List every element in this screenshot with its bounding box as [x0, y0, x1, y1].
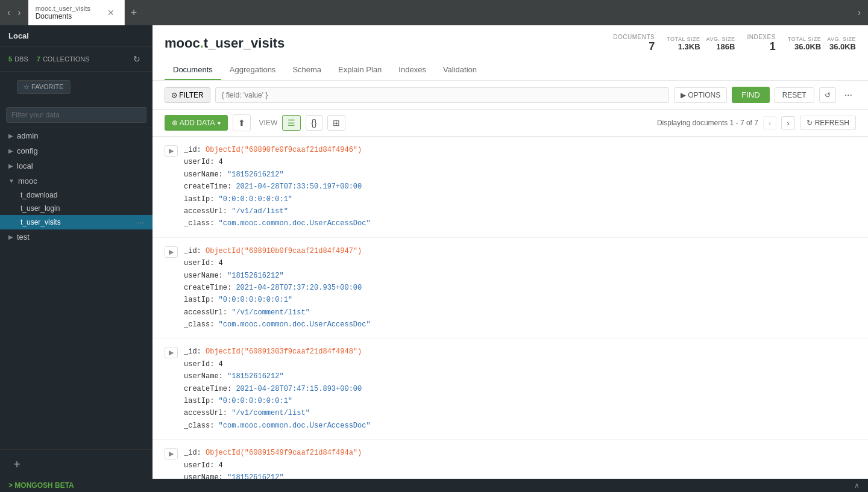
doc-field-id: _id: ObjectId("60891549f9caaf21d84f494a"… [184, 447, 856, 459]
sidebar-collection-t-download[interactable]: t_download [0, 188, 153, 202]
db-name-label: mooc [18, 176, 37, 185]
doc-expand-button[interactable]: ▶ [165, 145, 178, 157]
avg-size-idx-stat: AVG. SIZE 36.0KB [827, 36, 856, 51]
table-row: ▶ _id: ObjectId("60891303f9caaf21d84f494… [153, 338, 868, 440]
doc-field-userid: userId: 4 [184, 459, 856, 472]
documents-stat: DOCUMENTS 7 [613, 34, 655, 53]
nav-back-button[interactable]: ‹ [4, 5, 14, 20]
favorite-button[interactable]: ☆ FAVORITE [17, 80, 71, 94]
collection-name-label: t_user_visits [20, 218, 137, 226]
documents-stat-value: 7 [649, 40, 655, 53]
tab-documents[interactable]: Documents [165, 60, 221, 80]
tab-explain-plan[interactable]: Explain Plan [330, 60, 390, 80]
dbs-stat: 5 DBS [8, 52, 28, 66]
doc-field-username: userName: "18152616212" [184, 472, 856, 479]
chevron-right-icon: ▶ [8, 148, 13, 154]
sidebar-item-config[interactable]: ▶ config [0, 143, 153, 158]
doc-field-username: userName: "18152616212" [184, 370, 856, 382]
sidebar-item-admin[interactable]: ▶ admin [0, 128, 153, 143]
doc-field-createtime: createTime: 2021-04-28T07:33:50.197+00:0… [184, 181, 856, 193]
doc-content: _id: ObjectId("608910b0f9caaf21d84f4947"… [184, 245, 856, 331]
tab-title: mooc.t_user_visits Documents [36, 5, 90, 20]
tab-schema[interactable]: Schema [284, 60, 330, 80]
chevron-down-icon: ▼ [8, 178, 14, 184]
add-tab-button[interactable]: + [125, 4, 143, 22]
collection-stats: DOCUMENTS 7 TOTAL SIZE 1.3KB AVG. SIZE 1… [613, 34, 856, 53]
filter-input[interactable] [215, 87, 669, 103]
data-toolbar: ⊕ ADD DATA ▾ ⬆ VIEW ☰ {} ⊞ Displaying do… [153, 110, 868, 137]
filter-button[interactable]: ⊙ FILTER [165, 87, 210, 103]
doc-field-id: _id: ObjectId("60891303f9caaf21d84f4948"… [184, 346, 856, 358]
collection-menu-icon[interactable]: ··· [137, 217, 144, 227]
total-size-doc-stat: TOTAL SIZE 1.3KB [667, 36, 700, 51]
table-row: ▶ _id: ObjectId("60891549f9caaf21d84f494… [153, 440, 868, 479]
doc-field-userid: userId: 4 [184, 257, 856, 269]
tab-aggregations[interactable]: Aggregations [221, 60, 285, 80]
avg-size-doc-stat: AVG. SIZE 186B [706, 36, 735, 51]
sidebar-collection-t-user-login[interactable]: t_user_login [0, 202, 153, 215]
collection-title-row: mooc.t_user_visits DOCUMENTS 7 TOTAL SIZ… [165, 34, 856, 53]
table-row: ▶ _id: ObjectId("608910b0f9caaf21d84f494… [153, 238, 868, 339]
doc-field-class: _class: "com.mooc.common.doc.UserAccessD… [184, 420, 856, 432]
add-data-label: ⊕ ADD DATA [172, 119, 215, 127]
doc-field-accessurl: accessUrl: "/v1/comment/list" [184, 307, 856, 319]
refresh-label: REFRESH [815, 119, 849, 127]
doc-field-userid: userId: 4 [184, 358, 856, 370]
sidebar-footer: + [0, 449, 153, 479]
view-json-button[interactable]: {} [306, 115, 322, 131]
doc-content: _id: ObjectId("60890fe0f9caaf21d84f4946"… [184, 144, 856, 230]
more-button[interactable]: ··· [841, 89, 856, 102]
refresh-sidebar-button[interactable]: ↻ [130, 52, 144, 66]
sidebar-tree: ▶ admin ▶ config ▶ local ▼ mooc t_downlo… [0, 128, 153, 449]
sidebar-item-test[interactable]: ▶ test [0, 229, 153, 244]
sidebar-stats: 5 DBS 7 COLLECTIONS ↻ [0, 47, 153, 72]
db-name-label: admin [17, 131, 38, 140]
bottom-expand-icon[interactable]: ∧ [854, 481, 860, 490]
tab-close-button[interactable]: ✕ [105, 7, 117, 19]
tab-scroll-right-button[interactable]: › [854, 5, 864, 20]
options-button[interactable]: ▶ OPTIONS [674, 87, 727, 103]
chevron-right-icon: ▶ [8, 132, 13, 139]
search-input[interactable] [6, 107, 146, 123]
tab-validation[interactable]: Validation [435, 60, 485, 80]
tab-indexes[interactable]: Indexes [390, 60, 435, 80]
total-size-doc-label: TOTAL SIZE [667, 36, 700, 42]
sidebar-item-mooc[interactable]: ▼ mooc [0, 173, 153, 188]
sidebar-collection-t-user-visits[interactable]: t_user_visits ··· [0, 215, 153, 229]
collection-col-part: t_user_visits [204, 36, 285, 51]
doc-expand-button[interactable]: ▶ [165, 347, 178, 358]
doc-field-userid: userId: 4 [184, 156, 856, 168]
table-row: ▶ _id: ObjectId("60890fe0f9caaf21d84f494… [153, 137, 868, 238]
active-tab[interactable]: mooc.t_user_visits Documents ✕ [28, 0, 125, 25]
nav-forward-button[interactable]: › [14, 5, 24, 20]
next-page-button[interactable]: › [781, 116, 794, 130]
bottom-bar: > MONGOSH BETA ∧ [0, 479, 868, 492]
doc-expand-button[interactable]: ▶ [165, 246, 178, 258]
export-button[interactable]: ⬆ [233, 114, 251, 131]
avg-size-doc-label: AVG. SIZE [706, 36, 735, 42]
doc-content: _id: ObjectId("60891303f9caaf21d84f4948"… [184, 346, 856, 432]
prev-page-button[interactable]: ‹ [763, 116, 776, 130]
doc-field-accessurl: accessUrl: "/v1/comment/list" [184, 407, 856, 419]
reset-button[interactable]: RESET [775, 87, 814, 103]
doc-field-class: _class: "com.mooc.common.doc.UserAccessD… [184, 217, 856, 229]
history-button[interactable]: ↺ [819, 87, 836, 103]
collections-count: 7 [37, 55, 40, 63]
doc-field-createtime: createTime: 2021-04-28T07:37:20.935+00:0… [184, 282, 856, 294]
collection-db-part: mooc [165, 36, 200, 51]
view-list-button[interactable]: ☰ [282, 115, 301, 131]
view-grid-button[interactable]: ⊞ [327, 115, 345, 131]
add-database-button[interactable]: + [8, 456, 25, 473]
sidebar-header: Local [0, 25, 153, 47]
tab-right-nav: › [851, 5, 868, 20]
refresh-button[interactable]: ↻ REFRESH [800, 116, 856, 130]
doc-size-stats: TOTAL SIZE 1.3KB AVG. SIZE 186B [667, 36, 735, 51]
sidebar-title: Local [8, 31, 29, 40]
doc-field-class: _class: "com.mooc.common.doc.UserAccessD… [184, 319, 856, 331]
db-name-label: test [17, 232, 30, 241]
doc-expand-button[interactable]: ▶ [165, 448, 178, 459]
collection-title: mooc.t_user_visits [165, 36, 285, 51]
find-button[interactable]: FIND [732, 87, 769, 103]
add-data-button[interactable]: ⊕ ADD DATA ▾ [165, 115, 228, 131]
sidebar-item-local[interactable]: ▶ local [0, 158, 153, 173]
